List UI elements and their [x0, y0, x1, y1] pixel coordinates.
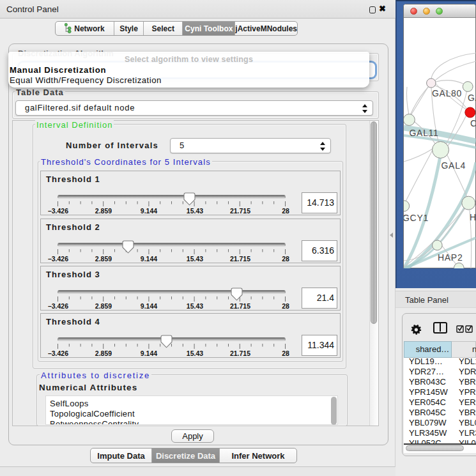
svg-text:GCY1: GCY1 — [404, 213, 429, 223]
svg-text:HAP2: HAP2 — [438, 252, 463, 263]
svg-text:H: H — [470, 212, 476, 222]
svg-text:GAL4: GAL4 — [441, 160, 466, 171]
svg-text:GAL80: GAL80 — [432, 88, 462, 98]
svg-text:C: C — [470, 118, 476, 128]
svg-text:GA: GA — [468, 93, 476, 103]
svg-text:GAL11: GAL11 — [410, 128, 439, 138]
